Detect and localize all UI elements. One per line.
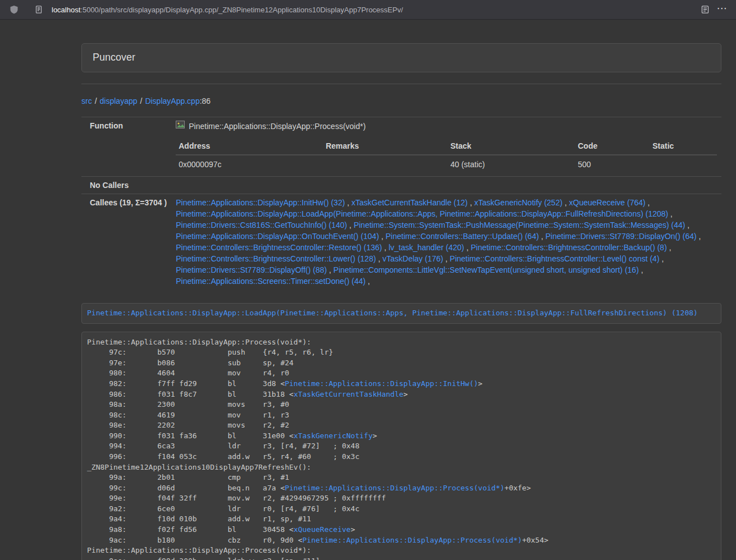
callee-link[interactable]: Pinetime::Controllers::BrightnessControl… <box>470 243 666 252</box>
puncover-page: Puncover src/displayapp/DisplayApp.cpp:8… <box>0 20 736 560</box>
symbol-link[interactable]: xTaskGenericNotify <box>294 432 373 440</box>
breadcrumb: src/displayapp/DisplayApp.cpp:86 <box>81 95 721 107</box>
function-metrics-table: Address Remarks Stack Code Static 0x0000… <box>176 137 717 173</box>
callee-link[interactable]: Pinetime::Applications::DisplayApp::Load… <box>176 209 668 218</box>
brand-link[interactable]: Puncover <box>93 51 135 65</box>
breadcrumb-link-file[interactable]: DisplayApp.cpp <box>145 97 199 105</box>
callee-link[interactable]: lv_task_handler (420) <box>388 243 464 252</box>
callees-list: Pinetime::Applications::DisplayApp::Init… <box>171 194 721 290</box>
disassembly: Pinetime::Applications::DisplayApp::Proc… <box>81 332 721 560</box>
callee-link[interactable]: Pinetime::Controllers::BrightnessControl… <box>176 254 376 263</box>
page-icon[interactable] <box>30 2 47 17</box>
code-size-value: 500 <box>575 155 650 173</box>
function-label: Function <box>81 117 171 135</box>
function-name: Pinetime::Applications::DisplayApp::Proc… <box>189 121 365 132</box>
column-header-code: Code <box>575 137 650 155</box>
callee-link[interactable]: Pinetime::System::SystemTask::PushMessag… <box>354 221 685 229</box>
static-value <box>650 155 717 173</box>
symbol-link[interactable]: Pinetime::Applications::DisplayApp::Proc… <box>285 484 504 492</box>
no-callers-label: No Callers <box>81 177 171 194</box>
column-header-address: Address <box>176 137 323 155</box>
address-bar[interactable]: localhost:5000/path/src/displayapp/Displ… <box>30 2 697 17</box>
column-header-static: Static <box>650 137 717 155</box>
breadcrumb-separator: / <box>95 97 97 105</box>
callee-link[interactable]: Pinetime::Drivers::St7789::DisplayOn() (… <box>546 232 697 241</box>
url-host: localhost <box>52 6 80 14</box>
callee-link[interactable]: Pinetime::Controllers::BrightnessControl… <box>176 243 382 252</box>
divider <box>81 84 721 84</box>
remarks-value <box>323 155 447 173</box>
callee-link[interactable]: xQueueReceive (764) <box>569 198 646 207</box>
stack-value: 40 (static) <box>447 155 575 173</box>
symbol-link[interactable]: xTaskGetCurrentTaskHandle <box>294 390 404 398</box>
callee-link[interactable]: Pinetime::Applications::Screens::Timer::… <box>176 277 365 286</box>
app-navbar: Puncover <box>81 43 721 72</box>
breadcrumb-link-displayapp[interactable]: displayapp <box>100 97 138 105</box>
symbol-link[interactable]: xQueueReceive <box>294 525 351 534</box>
callees-label: Callees (19, Σ=3704 ) <box>81 194 171 290</box>
breadcrumb-link-src[interactable]: src <box>81 97 92 105</box>
line-number-suffix: :86 <box>200 97 211 105</box>
url-text: localhost:5000/path/src/displayapp/Displ… <box>52 6 403 14</box>
symbol-link[interactable]: Pinetime::Applications::DisplayApp::Proc… <box>303 536 522 544</box>
callee-link[interactable]: Pinetime::Controllers::BrightnessControl… <box>450 254 659 263</box>
highlighted-symbol-box: Pinetime::Applications::DisplayApp::Load… <box>81 303 721 324</box>
callee-link[interactable]: Pinetime::Applications::DisplayApp::OnTo… <box>176 232 379 241</box>
column-header-remarks: Remarks <box>323 137 447 155</box>
symbol-table: Function Pinetime::Applications::Display… <box>81 117 721 290</box>
shield-icon[interactable] <box>6 2 22 17</box>
callee-link[interactable]: Pinetime::Components::LittleVgl::SetNewT… <box>333 265 639 274</box>
function-icon <box>176 120 185 132</box>
callee-link[interactable]: Pinetime::Applications::DisplayApp::Init… <box>176 198 345 207</box>
callee-link[interactable]: Pinetime::Drivers::St7789::DisplayOff() … <box>176 265 327 274</box>
more-menu-icon[interactable]: ⋯ <box>714 2 730 17</box>
callee-link[interactable]: Pinetime::Drivers::Cst816S::GetTouchInfo… <box>176 221 347 229</box>
breadcrumb-separator: / <box>140 97 143 105</box>
reader-mode-icon[interactable] <box>697 2 714 17</box>
address-value: 0x0000097c <box>176 155 323 173</box>
symbol-link[interactable]: Pinetime::Applications::DisplayApp::Init… <box>285 379 478 388</box>
highlight-symbol-link[interactable]: Pinetime::Applications::DisplayApp::Load… <box>87 309 698 317</box>
column-header-stack: Stack <box>447 137 575 155</box>
callee-link[interactable]: xTaskGenericNotify (252) <box>474 198 563 207</box>
browser-toolbar: localhost:5000/path/src/displayapp/Displ… <box>0 0 736 20</box>
url-path: :5000/path/src/displayapp/DisplayApp.cpp… <box>80 6 403 14</box>
callee-link[interactable]: vTaskDelay (176) <box>382 254 443 263</box>
callee-link[interactable]: Pinetime::Controllers::Battery::Update()… <box>386 232 539 241</box>
callee-link[interactable]: xTaskGetCurrentTaskHandle (12) <box>351 198 468 207</box>
